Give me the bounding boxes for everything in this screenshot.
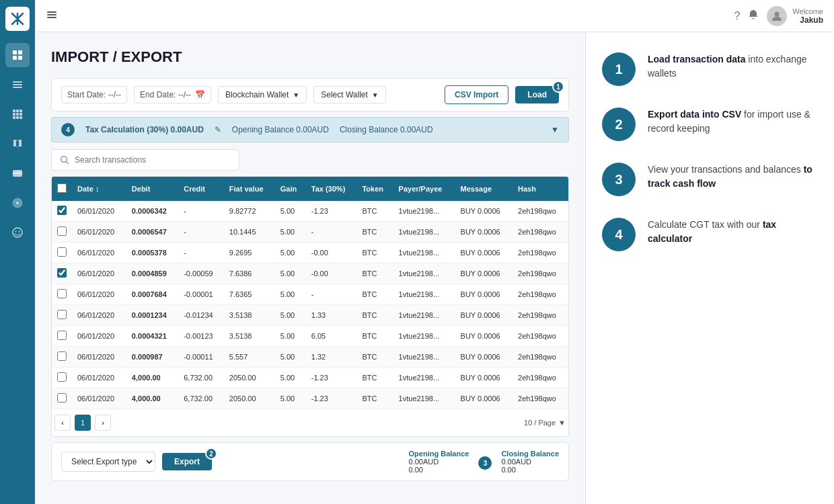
row-message: BUY 0.0006: [455, 243, 513, 263]
table-row: 06/01/2020 4,000.00 6,732.00 2050.00 5.0…: [52, 368, 568, 388]
row-token: BTC: [356, 368, 393, 388]
sidebar-item-book[interactable]: [5, 132, 30, 156]
load-button[interactable]: Load 1: [515, 86, 559, 103]
col-payer: Payer/Payee: [393, 177, 455, 201]
table-wrapper: Date ↕ Debit Credit Fiat value Gain Tax …: [51, 176, 569, 437]
csv-import-button[interactable]: CSV Import: [445, 85, 508, 104]
row-checkbox-cell: [52, 201, 72, 222]
col-tax: Tax (30%): [306, 177, 357, 201]
sidebar-item-grid[interactable]: [5, 102, 30, 126]
table-row: 06/01/2020 0.0005378 - 9.2695 5.00 -0.00…: [52, 243, 568, 263]
sidebar-item-list[interactable]: [5, 73, 30, 97]
select-wallet-dropdown[interactable]: Select Wallet ▼: [313, 86, 386, 103]
row-checkbox[interactable]: [57, 247, 67, 257]
col-fiat: Fiat value: [224, 177, 275, 201]
row-debit: 0.0006547: [126, 222, 178, 243]
logo[interactable]: [5, 7, 30, 31]
topbar-right: ? Welcome Jakub: [734, 6, 823, 26]
step-4-circle: 4: [602, 218, 636, 251]
row-checkbox[interactable]: [57, 331, 67, 340]
opening-balance-val: 0.00AUD: [409, 458, 439, 466]
next-page-button[interactable]: ›: [95, 415, 111, 431]
user-info: Welcome Jakub: [767, 6, 823, 26]
row-fiat: 5.557: [224, 347, 275, 368]
blockchain-wallet-dropdown[interactable]: Blockchain Wallet ▼: [218, 86, 307, 103]
col-date[interactable]: Date ↕: [72, 177, 126, 201]
search-input[interactable]: [75, 155, 231, 165]
row-message: BUY 0.0006: [455, 368, 513, 388]
row-message: BUY 0.0006: [455, 326, 513, 347]
row-payer: 1vtue2198...: [393, 368, 455, 388]
row-gain: 5.00: [275, 347, 306, 368]
sidebar-item-emoji[interactable]: [5, 220, 30, 245]
right-panel: 1 Load transaction data into exchange wa…: [585, 32, 834, 504]
help-icon[interactable]: ?: [734, 10, 740, 22]
page-1-button[interactable]: 1: [75, 415, 91, 431]
closing-balance-sub: 0.00: [501, 466, 515, 474]
sidebar-item-card[interactable]: [5, 161, 30, 185]
row-debit: 0.000987: [126, 347, 178, 368]
row-credit: -0.00123: [178, 326, 224, 347]
edit-icon[interactable]: ✎: [215, 125, 221, 134]
row-checkbox[interactable]: [57, 206, 67, 215]
row-gain: 5.00: [275, 222, 306, 243]
row-hash: 2eh198qwo: [513, 263, 568, 284]
row-checkbox[interactable]: [57, 289, 67, 298]
row-debit: 0.0004859: [126, 263, 178, 284]
sidebar-item-settings[interactable]: [5, 191, 30, 215]
main-panel: IMPORT / EXPORT Start Date: --/-- End Da…: [35, 32, 585, 504]
svg-rect-10: [13, 113, 15, 116]
table-row: 06/01/2020 0.000987 -0.00011 5.557 5.00 …: [52, 347, 568, 368]
svg-point-18: [16, 202, 20, 205]
chevron-down-icon: ▼: [293, 91, 299, 99]
step-2: 2 Export data into CSV for import use & …: [602, 108, 818, 141]
svg-rect-11: [16, 113, 19, 116]
row-message: BUY 0.0006: [455, 201, 513, 222]
row-checkbox-cell: [52, 284, 72, 305]
export-button[interactable]: Export 2: [162, 453, 212, 470]
row-checkbox[interactable]: [57, 268, 67, 278]
row-fiat: 2050.00: [224, 368, 275, 388]
bell-icon[interactable]: [748, 9, 759, 23]
prev-page-button[interactable]: ‹: [54, 415, 71, 431]
row-debit: 0.0004321: [126, 326, 178, 347]
export-type-select[interactable]: Select Export type: [61, 452, 155, 472]
step-2-text: Export data into CSV for import use & re…: [648, 108, 818, 136]
col-message: Message: [455, 177, 513, 201]
col-checkbox: [52, 177, 72, 201]
menu-icon[interactable]: [46, 9, 58, 24]
row-checkbox[interactable]: [57, 393, 67, 403]
row-fiat: 7.6365: [224, 284, 275, 305]
step-4-text: Calculate CGT tax with our tax calculato…: [648, 218, 818, 246]
step-1-text: Load transaction data into exchange wall…: [648, 52, 818, 81]
content-area: IMPORT / EXPORT Start Date: --/-- End Da…: [35, 32, 834, 504]
step-3-text: View your transactions and balances to t…: [648, 163, 818, 191]
welcome-label: Welcome: [792, 7, 823, 15]
start-date-field[interactable]: Start Date: --/--: [61, 86, 127, 103]
row-tax: 1.32: [306, 347, 357, 368]
step-2-bold: Export data into CSV: [648, 109, 741, 120]
row-token: BTC: [356, 284, 393, 305]
row-checkbox[interactable]: [57, 351, 67, 361]
per-page-selector[interactable]: 10 / Page ▼: [524, 419, 566, 427]
row-token: BTC: [356, 388, 393, 409]
col-debit: Debit: [126, 177, 178, 201]
row-payer: 1vtue2198...: [393, 388, 455, 409]
row-checkbox-cell: [52, 368, 72, 388]
end-date-field[interactable]: End Date: --/-- 📅: [134, 86, 211, 103]
tax-chevron-icon[interactable]: ▼: [551, 125, 559, 134]
row-checkbox[interactable]: [57, 310, 67, 319]
svg-line-27: [67, 162, 69, 165]
svg-rect-14: [16, 116, 19, 119]
svg-rect-22: [47, 11, 56, 13]
row-checkbox[interactable]: [57, 226, 67, 236]
select-all-checkbox[interactable]: [57, 183, 67, 193]
svg-rect-6: [13, 87, 22, 88]
row-checkbox[interactable]: [57, 372, 67, 382]
table-row: 06/01/2020 0.0007684 -0.00001 7.6365 5.0…: [52, 284, 568, 305]
row-gain: 5.00: [275, 326, 306, 347]
row-date: 06/01/2020: [72, 263, 126, 284]
sidebar-item-dashboard[interactable]: [5, 43, 30, 67]
row-hash: 2eh198qwo: [513, 305, 568, 326]
row-credit: 6,732.00: [178, 368, 224, 388]
